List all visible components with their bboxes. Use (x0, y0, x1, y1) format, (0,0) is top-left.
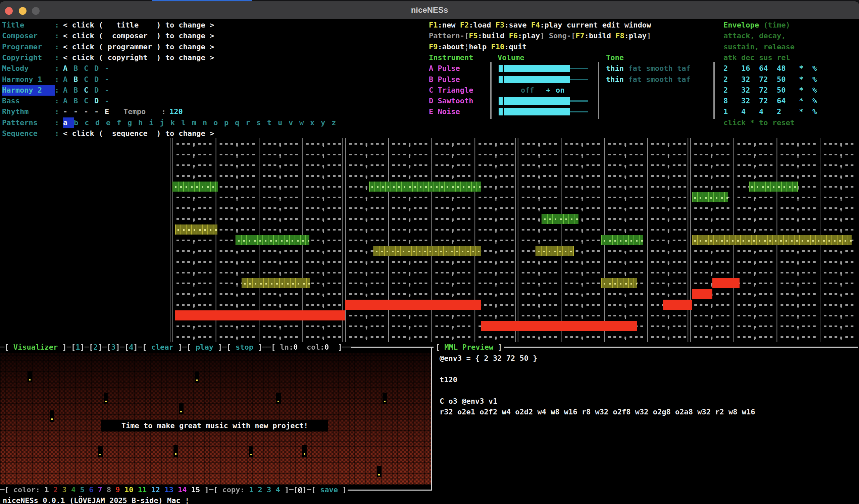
menu-f9-about[interactable]: F9 (429, 43, 438, 51)
pattern-letter-y[interactable]: y (321, 118, 332, 128)
volume-slider-handle[interactable] (499, 97, 503, 105)
volume-slider-fill[interactable] (504, 76, 570, 83)
pattern-letter-m[interactable]: m (192, 118, 203, 128)
menu-f6-pattern-play[interactable]: F6 (509, 32, 518, 40)
pattern-letter-v[interactable]: v (289, 118, 299, 128)
color-2[interactable]: 2 (54, 486, 62, 494)
pattern-letter-j[interactable]: j (160, 118, 170, 128)
track-option-harmony-2-2[interactable]: C (84, 85, 94, 96)
track-option-harmony-1-2[interactable]: C (84, 74, 94, 85)
viz-mode-2-button[interactable]: 2 (93, 343, 97, 351)
color-1[interactable]: 1 (44, 486, 54, 494)
menu-f1-new[interactable]: F1 (429, 21, 438, 29)
envelope-row-4[interactable]: 8 32 72 64 * % (723, 96, 817, 106)
at-button[interactable]: @ (298, 486, 302, 494)
track-option-rhythm-0[interactable]: - (63, 106, 74, 117)
pattern-letter-l[interactable]: l (181, 118, 192, 128)
color-11[interactable]: 11 (138, 486, 151, 494)
color-9[interactable]: 9 (116, 486, 124, 494)
color-15[interactable]: 15 (191, 486, 200, 494)
volume-slider-handle[interactable] (499, 108, 503, 116)
volume-slider-fill[interactable] (504, 65, 570, 72)
pattern-letter-a[interactable]: a (63, 118, 74, 128)
tempo-value[interactable]: 120 (169, 106, 183, 117)
track-option-melody-4[interactable]: - (105, 63, 115, 74)
note-bar[interactable] (542, 214, 578, 224)
track-option-melody-3[interactable]: D (94, 63, 105, 74)
pattern-letter-c[interactable]: c (85, 118, 95, 128)
track-option-melody-1[interactable]: B (74, 63, 84, 74)
track-option-rhythm-4[interactable]: E (105, 106, 115, 117)
pattern-letter-w[interactable]: w (299, 118, 310, 128)
color-12[interactable]: 12 (151, 486, 164, 494)
tone-options-rest[interactable]: fat smooth taf (624, 75, 691, 83)
volume-slider-handle[interactable] (499, 65, 503, 72)
copy-2[interactable]: 2 (258, 486, 267, 494)
track-option-rhythm-1[interactable]: - (74, 106, 84, 117)
instrument-c-triangle[interactable]: C Triangle (429, 85, 473, 96)
envelope-row-5[interactable]: 1 4 4 2 * % (723, 106, 817, 117)
menu-f8-song-play[interactable]: F8 (615, 32, 624, 40)
instrument-b-pulse[interactable]: B Pulse (429, 74, 460, 85)
piano-roll-notes[interactable] (148, 137, 859, 343)
note-bar[interactable] (172, 182, 218, 192)
track-option-harmony-1-1[interactable]: B (74, 74, 84, 85)
pattern-letter-s[interactable]: s (256, 118, 267, 128)
pattern-letter-n[interactable]: n (203, 118, 213, 128)
clear-button[interactable]: clear (151, 343, 173, 351)
note-bar[interactable] (712, 278, 740, 288)
envelope-row-2[interactable]: 2 32 72 50 * % (723, 74, 817, 85)
track-option-melody-2[interactable]: C (84, 63, 94, 74)
tone-option-thin[interactable]: thin (606, 75, 624, 83)
note-bar[interactable] (601, 278, 637, 288)
pattern-letter-d[interactable]: d (95, 118, 106, 128)
note-bar[interactable] (369, 182, 481, 192)
pattern-letter-h[interactable]: h (138, 118, 149, 128)
viz-mode-1-button[interactable]: 1 (75, 343, 80, 351)
volume-slider-track[interactable] (570, 100, 588, 102)
track-option-harmony-1-4[interactable]: - (105, 74, 115, 85)
pattern-letter-f[interactable]: f (117, 118, 127, 128)
pattern-letter-t[interactable]: t (267, 118, 278, 128)
color-10[interactable]: 10 (124, 486, 138, 494)
volume-slider-handle[interactable] (499, 76, 503, 83)
menu-f2-load[interactable]: F2 (460, 21, 469, 29)
track-option-harmony-2-0[interactable]: A (63, 85, 74, 96)
composer-field[interactable]: < click ( composer ) to change > (63, 32, 214, 40)
track-option-rhythm-3[interactable]: - (94, 106, 105, 117)
pattern-letter-k[interactable]: k (170, 118, 181, 128)
pattern-letter-g[interactable]: g (127, 118, 138, 128)
pattern-letter-q[interactable]: q (235, 118, 246, 128)
volume-slider-track[interactable] (570, 111, 588, 112)
pattern-letter-e[interactable]: e (106, 118, 117, 128)
menu-f4-play[interactable]: F4 (531, 21, 540, 29)
track-option-bass-2[interactable]: C (84, 96, 94, 106)
envelope-row-3[interactable]: 2 32 72 50 * % (723, 85, 817, 96)
instrument-a-pulse[interactable]: A Pulse (429, 63, 460, 74)
note-bar[interactable] (536, 246, 574, 256)
track-option-harmony-1-0[interactable]: A (63, 74, 74, 85)
pattern-letter-r[interactable]: r (246, 118, 256, 128)
triangle-off-option[interactable]: off (521, 85, 534, 96)
note-bar[interactable] (242, 278, 310, 288)
color-8[interactable]: 8 (107, 486, 116, 494)
volume-slider-track[interactable] (570, 68, 588, 69)
pattern-letter-b[interactable]: b (74, 118, 85, 128)
track-option-harmony-1-3[interactable]: D (94, 74, 105, 85)
track-option-bass-3[interactable]: D (94, 96, 105, 106)
triangle-on-option[interactable]: on (556, 85, 565, 96)
note-bar[interactable] (236, 235, 310, 245)
note-bar[interactable] (374, 246, 481, 256)
pattern-letter-p[interactable]: p (224, 118, 235, 128)
track-option-bass-4[interactable]: - (105, 96, 115, 106)
note-bar[interactable] (481, 321, 637, 331)
copy-1[interactable]: 1 (249, 486, 258, 494)
color-6[interactable]: 6 (89, 486, 98, 494)
save-button[interactable]: save (320, 486, 338, 494)
color-13[interactable]: 13 (164, 486, 178, 494)
track-option-rhythm-2[interactable]: - (84, 106, 94, 117)
pattern-letter-u[interactable]: u (278, 118, 289, 128)
viz-mode-3-button[interactable]: 3 (111, 343, 116, 351)
tone-options-rest[interactable]: fat smooth taf (624, 64, 691, 73)
menu-f7-song-build[interactable]: F7 (575, 32, 585, 40)
